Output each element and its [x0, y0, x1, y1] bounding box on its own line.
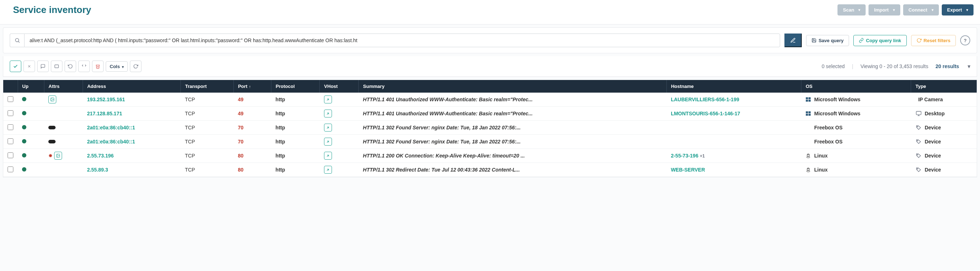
hostname-more[interactable]: +1 — [700, 154, 705, 158]
col-protocol[interactable]: Protocol — [271, 80, 320, 93]
help-button[interactable]: ? — [960, 35, 970, 45]
table-row[interactable]: 217.128.85.171TCP49httpHTTP/1.1 401 Unau… — [3, 107, 977, 121]
scan-button[interactable]: Scan — [837, 4, 865, 16]
deselect-button[interactable] — [24, 60, 35, 72]
device-attr-icon — [48, 140, 56, 143]
table-row[interactable]: 2a01:e0a:86:cb40::1TCP70httpHTTP/1.1 302… — [3, 135, 977, 149]
type-cell: Device — [915, 125, 972, 130]
svg-rect-4 — [55, 65, 59, 68]
save-query-button[interactable]: Save query — [806, 35, 849, 46]
address-link[interactable]: 2.55.73.196 — [87, 153, 114, 158]
os-cell: Linux — [805, 153, 907, 158]
row-checkbox[interactable] — [8, 138, 13, 144]
summary-cell: HTTP/1.1 302 Found Server: nginx Date: T… — [363, 139, 540, 144]
svg-point-26 — [917, 154, 918, 155]
table-row[interactable]: 2.55.89.3TCP80httpHTTP/1.1 302 Redirect … — [3, 163, 977, 177]
svg-point-25 — [808, 155, 809, 155]
col-os[interactable]: OS — [801, 80, 911, 93]
col-type[interactable]: Type — [911, 80, 977, 93]
svg-point-30 — [808, 169, 809, 169]
export-button[interactable]: Export — [942, 4, 974, 16]
address-link[interactable]: 2.55.89.3 — [87, 167, 108, 173]
col-summary[interactable]: Summary — [359, 80, 667, 93]
protocol-cell: http — [271, 163, 320, 177]
svg-rect-13 — [806, 114, 808, 116]
protocol-cell: http — [271, 149, 320, 163]
refresh-item-button[interactable] — [65, 60, 76, 72]
svg-point-0 — [15, 38, 18, 42]
transport-cell: TCP — [180, 121, 234, 135]
open-link-icon[interactable] — [324, 124, 332, 132]
open-link-icon[interactable] — [324, 95, 332, 103]
col-hostname[interactable]: Hostname — [667, 80, 801, 93]
delete-button[interactable] — [92, 60, 103, 72]
hostname-link[interactable]: WEB-SERVER — [671, 167, 705, 173]
import-button[interactable]: Import — [869, 4, 900, 16]
protocol-cell: http — [271, 107, 320, 121]
col-port[interactable]: Port↑ — [234, 80, 271, 93]
address-link[interactable]: 193.252.195.161 — [87, 97, 125, 102]
col-transport[interactable]: Transport — [180, 80, 234, 93]
connect-button[interactable]: Connect — [903, 4, 939, 16]
sort-asc-icon: ↑ — [249, 84, 251, 89]
results-table: Up Attrs Address Transport Port↑ Protoco… — [3, 80, 977, 177]
select-all-button[interactable] — [10, 60, 21, 72]
tag-icon — [915, 125, 922, 130]
comment-button[interactable] — [37, 60, 49, 72]
status-dot — [22, 97, 26, 101]
tag-icon — [915, 153, 922, 158]
col-address[interactable]: Address — [83, 80, 180, 93]
svg-point-24 — [808, 155, 808, 155]
columns-button[interactable]: Cols — [106, 61, 128, 72]
open-link-icon[interactable] — [324, 138, 332, 146]
open-link-icon[interactable] — [324, 152, 332, 160]
table-row[interactable]: 193.252.195.161TCP49httpHTTP/1.1 401 Una… — [3, 93, 977, 107]
type-cell: Desktop — [915, 111, 972, 116]
hostname-link[interactable]: LAUBERVILLIERS-656-1-199 — [671, 97, 739, 102]
table-row[interactable]: 2a01:e0a:86:cb40::1TCP70httpHTTP/1.1 302… — [3, 121, 977, 135]
svg-point-27 — [807, 168, 810, 171]
svg-rect-15 — [916, 111, 921, 115]
row-checkbox[interactable] — [8, 152, 13, 158]
open-link-icon[interactable] — [324, 109, 332, 117]
svg-point-18 — [917, 126, 918, 127]
row-checkbox[interactable] — [8, 110, 13, 116]
merge-button[interactable] — [78, 60, 90, 72]
results-dropdown[interactable]: 20 results ▾ — [935, 63, 970, 69]
edit-query-button[interactable] — [784, 33, 802, 47]
address-link[interactable]: 2a01:e0a:86:cb40::1 — [87, 125, 135, 130]
reset-filters-button[interactable]: Reset filters — [911, 35, 956, 46]
col-checkbox — [3, 80, 18, 93]
port-cell: 70 — [238, 125, 243, 130]
hostname-link[interactable]: 2-55-73-196 — [671, 153, 698, 158]
transport-cell: TCP — [180, 163, 234, 177]
row-checkbox[interactable] — [8, 166, 13, 172]
os-cell: Freebox OS — [805, 125, 907, 130]
svg-point-6 — [52, 99, 52, 100]
summary-cell: HTTP/1.1 200 OK Connection: Keep-Alive K… — [363, 153, 540, 158]
status-dot — [22, 139, 26, 143]
copy-query-link-button[interactable]: Copy query link — [853, 35, 907, 46]
windows-icon — [805, 111, 811, 116]
svg-rect-12 — [808, 111, 811, 113]
row-checkbox[interactable] — [8, 124, 13, 130]
screenshot-button[interactable] — [51, 60, 62, 72]
col-up[interactable]: Up — [18, 80, 44, 93]
search-input[interactable] — [24, 33, 780, 47]
col-attrs[interactable]: Attrs — [44, 80, 83, 93]
open-link-icon[interactable] — [324, 166, 332, 174]
protocol-cell: http — [271, 93, 320, 107]
search-icon — [10, 33, 24, 47]
address-link[interactable]: 2a01:e0a:86:cb40::1 — [87, 139, 135, 144]
reload-button[interactable] — [130, 60, 142, 72]
svg-rect-14 — [808, 114, 811, 116]
table-row[interactable]: ✹2.55.73.196TCP80httpHTTP/1.1 200 OK Con… — [3, 149, 977, 163]
address-link[interactable]: 217.128.85.171 — [87, 111, 122, 116]
svg-point-19 — [917, 140, 918, 141]
hostname-link[interactable]: LMONTSOURIS-656-1-146-17 — [671, 111, 740, 116]
col-vhost[interactable]: VHost — [320, 80, 359, 93]
port-cell: 80 — [238, 167, 243, 173]
row-checkbox[interactable] — [8, 96, 13, 102]
svg-rect-10 — [808, 100, 811, 101]
port-cell: 49 — [238, 97, 243, 102]
